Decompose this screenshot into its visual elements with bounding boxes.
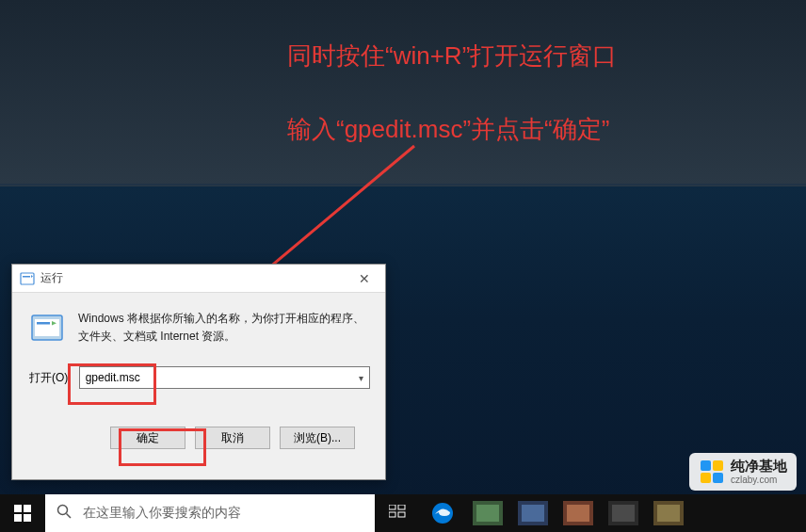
svg-rect-12: [24, 514, 31, 522]
svg-rect-6: [35, 319, 59, 336]
taskbar-app-5[interactable]: [646, 494, 691, 532]
svg-rect-33: [713, 473, 723, 483]
watermark-title: 纯净基地: [731, 459, 787, 475]
edge-icon: [431, 502, 454, 524]
task-view-button[interactable]: [375, 494, 420, 532]
start-button[interactable]: [0, 494, 45, 532]
run-titlebar-icon: [20, 271, 35, 286]
close-button[interactable]: ✕: [343, 265, 385, 293]
run-dialog-titlebar[interactable]: 运行 ✕: [12, 265, 385, 293]
app-thumb-icon: [653, 501, 684, 525]
horizon-decoration: [0, 184, 806, 185]
app-thumb-icon: [518, 501, 548, 525]
run-dialog-title: 运行: [40, 270, 63, 286]
open-combobox[interactable]: gpedit.msc ▾: [79, 366, 370, 389]
ok-button[interactable]: 确定: [110, 427, 185, 449]
svg-rect-25: [567, 505, 589, 522]
instruction-line-2: 输入“gpedit.msc”并点击“确定”: [287, 113, 609, 146]
svg-rect-7: [37, 322, 50, 325]
svg-rect-11: [14, 514, 22, 522]
svg-rect-31: [713, 460, 723, 471]
svg-rect-3: [23, 276, 30, 278]
close-icon: ✕: [359, 271, 370, 286]
open-input-value: gpedit.msc: [86, 371, 140, 384]
search-icon: [56, 504, 72, 523]
taskbar-app-3[interactable]: [556, 494, 601, 532]
browse-button[interactable]: 浏览(B)...: [280, 427, 355, 449]
instruction-line-1: 同时按住“win+R”打开运行窗口: [287, 40, 617, 73]
svg-rect-23: [522, 505, 544, 522]
run-dialog-body: Windows 将根据你所输入的名称，为你打开相应的程序、文件夹、文档或 Int…: [12, 293, 385, 476]
desktop-background: 同时按住“win+R”打开运行窗口 输入“gpedit.msc”并点击“确定” …: [0, 0, 806, 532]
svg-rect-10: [24, 505, 31, 512]
svg-rect-30: [701, 460, 711, 471]
svg-rect-9: [14, 505, 22, 512]
app-thumb-icon: [473, 501, 503, 525]
chevron-down-icon[interactable]: ▾: [359, 373, 363, 383]
watermark-url: czlaby.com: [731, 475, 787, 485]
svg-rect-16: [398, 505, 405, 509]
svg-line-14: [67, 514, 72, 519]
svg-marker-4: [31, 275, 33, 278]
taskbar: 在这里输入你要搜索的内容: [0, 494, 806, 532]
svg-rect-18: [398, 512, 405, 517]
run-dialog-icon: [29, 310, 65, 346]
svg-point-13: [58, 506, 68, 515]
windows-logo-icon: [14, 505, 31, 522]
task-view-icon: [389, 505, 406, 522]
app-thumb-icon: [563, 501, 593, 525]
taskbar-search[interactable]: 在这里输入你要搜索的内容: [45, 494, 375, 532]
edge-browser-button[interactable]: [420, 494, 465, 532]
app-thumb-icon: [608, 501, 638, 525]
svg-rect-2: [21, 273, 34, 284]
taskbar-icons: [375, 494, 691, 532]
cancel-button[interactable]: 取消: [195, 427, 270, 449]
run-dialog-description: Windows 将根据你所输入的名称，为你打开相应的程序、文件夹、文档或 Int…: [78, 310, 370, 346]
svg-rect-32: [701, 473, 711, 483]
search-placeholder: 在这里输入你要搜索的内容: [83, 505, 241, 522]
run-dialog-window: 运行 ✕ Windows 将根据你所输入的名称，为你打开相应的程序、文件夹、文档…: [11, 264, 386, 480]
taskbar-app-2[interactable]: [510, 494, 556, 532]
taskbar-app-1[interactable]: [465, 494, 510, 532]
svg-rect-29: [657, 505, 680, 522]
watermark-logo-icon: [699, 459, 725, 485]
svg-rect-15: [389, 505, 395, 509]
svg-rect-21: [476, 505, 499, 522]
watermark: 纯净基地 czlaby.com: [689, 453, 797, 491]
open-label: 打开(O):: [29, 370, 72, 386]
svg-rect-17: [389, 512, 395, 517]
taskbar-app-4[interactable]: [601, 494, 646, 532]
svg-rect-27: [612, 505, 635, 522]
